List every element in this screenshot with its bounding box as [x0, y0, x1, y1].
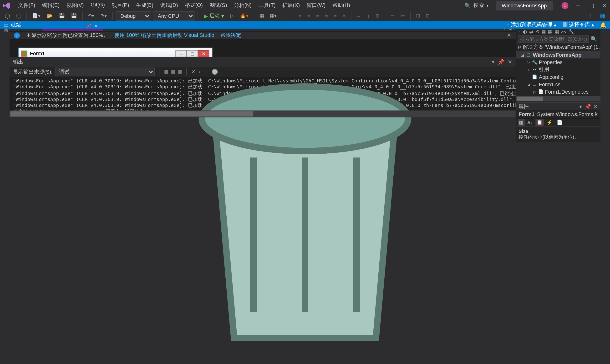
- align-icon-4[interactable]: ≡: [323, 12, 330, 20]
- open-icon[interactable]: 📂: [45, 12, 55, 20]
- align-icon-6[interactable]: ≡: [340, 12, 348, 20]
- titlebar: 文件(F)编辑(E)视图(V)Git(G)项目(P)生成(B)调试(D)格式(O…: [0, 0, 610, 11]
- output-tool-3[interactable]: ≣: [178, 69, 182, 75]
- form-icon: [21, 51, 27, 57]
- se-tb-3[interactable]: ⟲: [535, 29, 539, 35]
- maximize-button[interactable]: ▢: [589, 2, 595, 8]
- form-min-icon: —: [175, 50, 187, 57]
- notification-badge[interactable]: 1: [561, 2, 568, 9]
- redo-icon[interactable]: ↷▾: [98, 12, 109, 20]
- designer-surface[interactable]: Form1 — ▢ ✕ Click Me!: [10, 39, 516, 57]
- spacing-icon-1[interactable]: ↔: [354, 12, 363, 20]
- menu-item[interactable]: Git(G): [87, 0, 108, 11]
- main-menu: 文件(F)编辑(E)视图(V)Git(G)项目(P)生成(B)调试(D)格式(O…: [15, 0, 354, 11]
- output-hscrollbar[interactable]: [10, 111, 516, 117]
- spacing-icon-3[interactable]: ⊞: [373, 12, 382, 20]
- toolbar: ◯ ◯ 📄▾ 📂 💾 💾 ↶▾ ↷▾ Debug Any CPU ▶启动 ▾ ▷…: [0, 11, 610, 21]
- se-tb-7[interactable]: <>: [561, 29, 566, 35]
- menu-item[interactable]: 测试(S): [206, 0, 230, 11]
- play-icon: ▶: [204, 13, 208, 19]
- search-label: 搜索: [473, 2, 484, 9]
- align-icon-3[interactable]: ≡: [314, 12, 321, 20]
- form-max-icon: ▢: [187, 50, 198, 57]
- grid-icon-1[interactable]: ⊡: [414, 12, 422, 20]
- menu-item[interactable]: 编辑(E): [39, 0, 63, 11]
- close-button[interactable]: ✕: [602, 2, 607, 8]
- save-icon[interactable]: 💾: [57, 12, 67, 20]
- se-tb-5[interactable]: ▦: [548, 29, 552, 35]
- tb-icon-1[interactable]: ▦: [257, 12, 266, 20]
- output-wrap-icon[interactable]: ↩: [198, 69, 203, 75]
- spacing-icon-2[interactable]: ↕: [365, 12, 372, 20]
- solution-name[interactable]: WindowsFormsApp: [496, 1, 553, 10]
- form-titlebar: Form1 — ▢ ✕: [19, 49, 212, 57]
- status-src-control[interactable]: ↑ 添加到源代码管理 ▴: [507, 21, 557, 29]
- menu-item[interactable]: 项目(P): [108, 0, 133, 11]
- status-repo[interactable]: ▦ 选择仓库 ▴: [563, 21, 594, 29]
- form-close-icon: ✕: [198, 50, 209, 57]
- vs-logo-icon: [3, 1, 11, 9]
- close-tab-icon[interactable]: ✕: [94, 23, 98, 28]
- menu-item[interactable]: 帮助(H): [329, 0, 354, 11]
- tb-icon-3[interactable]: ⋮: [281, 12, 290, 20]
- menu-item[interactable]: 生成(B): [132, 0, 157, 11]
- menu-item[interactable]: 视图(V): [63, 0, 87, 11]
- status-icon: ▭: [4, 22, 8, 28]
- se-tb-2[interactable]: ⇄: [529, 29, 533, 35]
- nav-fwd-icon[interactable]: ◯: [14, 12, 23, 20]
- status-bell-icon[interactable]: 🔔: [600, 22, 606, 28]
- tb-icon-2[interactable]: ▦▾: [268, 12, 279, 20]
- config-select[interactable]: Debug: [116, 11, 151, 21]
- se-tb-4[interactable]: ▦: [541, 29, 546, 35]
- align-icon-5[interactable]: ≡: [332, 12, 339, 20]
- menu-item[interactable]: 窗口(W): [303, 0, 329, 11]
- platform-select[interactable]: Any CPU: [153, 11, 195, 21]
- form-window[interactable]: Form1 — ▢ ✕ Click Me!: [18, 48, 212, 57]
- output-clock-icon[interactable]: 🕓: [212, 69, 218, 75]
- align-icon-1[interactable]: ≡: [297, 12, 304, 20]
- order-icon-1[interactable]: ▭: [388, 12, 397, 20]
- se-tb-8[interactable]: 🔧: [569, 29, 574, 35]
- minimize-button[interactable]: ─: [576, 2, 581, 8]
- menu-item[interactable]: 调试(D): [157, 0, 181, 11]
- menu-item[interactable]: 扩展(X): [279, 0, 303, 11]
- new-item-icon[interactable]: 📄▾: [30, 12, 43, 20]
- form-title: Form1: [30, 51, 45, 57]
- order-icon-2[interactable]: ▭: [399, 12, 407, 20]
- title-search[interactable]: 🔍 搜索 ▾: [461, 1, 492, 10]
- align-icon-2[interactable]: ≡: [305, 12, 312, 20]
- status-ready: 就绪: [11, 21, 21, 29]
- menu-item[interactable]: 分析(N): [230, 0, 255, 11]
- se-home-icon[interactable]: ⌂: [518, 29, 521, 35]
- grid-icon-2[interactable]: ⊡: [424, 12, 432, 20]
- search-icon: 🔍: [464, 2, 471, 8]
- statusbar: ▭ 就绪 ↑ 添加到源代码管理 ▴ ▦ 选择仓库 ▴ 🔔: [0, 21, 610, 29]
- menu-item[interactable]: 文件(F): [15, 0, 39, 11]
- share-icon[interactable]: ⤴: [587, 12, 594, 20]
- output-tool-1[interactable]: ≣: [164, 69, 168, 75]
- save-all-icon[interactable]: 💾: [69, 12, 79, 20]
- menu-item[interactable]: 格式(O): [181, 0, 206, 11]
- menu-item[interactable]: 工具(T): [255, 0, 279, 11]
- live-share-icon[interactable]: 👥: [597, 12, 607, 20]
- hot-reload-icon[interactable]: 🔥▾: [238, 12, 251, 20]
- start-no-debug-icon[interactable]: ▷: [228, 12, 236, 20]
- se-hscrollbar[interactable]: [516, 96, 600, 102]
- nav-back-icon[interactable]: ◯: [3, 12, 12, 20]
- output-tool-2[interactable]: ≣: [171, 69, 175, 75]
- output-clear-icon[interactable]: ✕: [191, 69, 195, 75]
- svg-point-0: [202, 87, 408, 151]
- pin-icon[interactable]: 📌: [86, 23, 91, 28]
- start-button[interactable]: ▶启动 ▾: [201, 11, 227, 21]
- recycle-bin-icon[interactable]: [0, 29, 610, 364]
- se-tb-1[interactable]: ◐: [523, 29, 527, 35]
- dropdown-icon: ▾: [487, 3, 489, 8]
- undo-icon[interactable]: ↶▾: [86, 12, 96, 20]
- se-tb-6[interactable]: ▦: [555, 29, 559, 35]
